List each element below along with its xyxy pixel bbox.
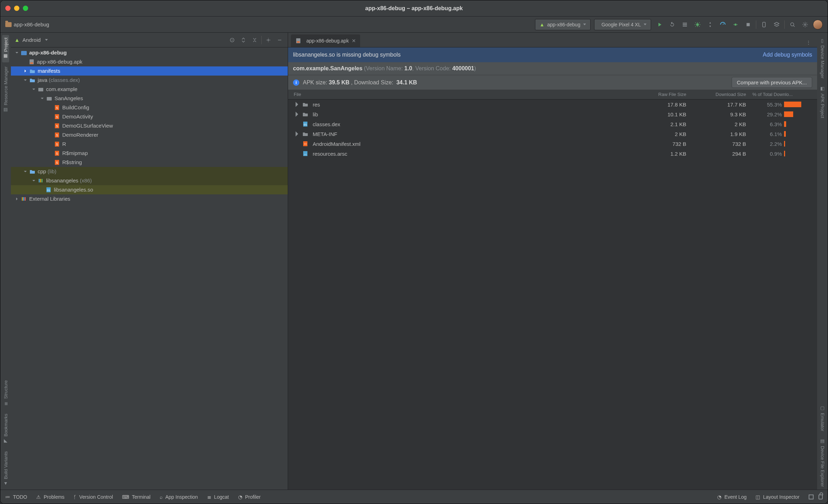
branch-icon: ᚶ [74, 494, 76, 500]
compare-apk-button[interactable]: Compare with previous APK... [732, 77, 812, 88]
tree-apk[interactable]: app-x86-debug.apk [11, 57, 288, 66]
tree-class-rstring[interactable]: S R$string [11, 158, 288, 167]
breadcrumb[interactable]: app-x86-debug [5, 21, 49, 27]
device-combo[interactable]: Google Pixel 4 XL [594, 19, 651, 30]
project-tree[interactable]: app-x86-debug app-x86-debug.apk manifest… [11, 47, 288, 490]
svg-point-4 [696, 23, 699, 26]
tab-more-button[interactable]: ⋮ [803, 38, 814, 47]
status-vcs[interactable]: ᚶVersion Control [74, 494, 113, 500]
status-event-log[interactable]: ◔Event Log [717, 494, 746, 500]
project-view-selector[interactable]: ▲ Android [14, 37, 48, 43]
minimize-window-button[interactable] [14, 6, 19, 11]
tree-java[interactable]: java (classes.dex) [11, 76, 288, 85]
run-configuration-combo[interactable]: ▲ app-x86-debug [535, 19, 591, 30]
structure-tab[interactable]: ≣ Structure [2, 377, 9, 409]
profiler-icon: ◔ [238, 494, 242, 500]
tree-class-rmipmap[interactable]: S R$mipmap [11, 149, 288, 158]
tree-cpp[interactable]: cpp (lib) [11, 167, 288, 176]
svg-rect-35 [42, 179, 43, 182]
tree-root[interactable]: app-x86-debug [11, 48, 288, 57]
file-name: classes.dex [313, 121, 340, 127]
editor-tab-apk[interactable]: app-x86-debug.apk ✕ [291, 34, 360, 47]
sdk-manager-button[interactable] [772, 20, 782, 30]
table-row[interactable]: lib10.1 KB9.3 KB29.2% [288, 109, 817, 119]
expand-icon[interactable] [294, 101, 300, 108]
device-manager-tab[interactable]: ▯ Device Manager [819, 35, 826, 82]
debug-button[interactable] [693, 20, 702, 30]
device-manager-button[interactable] [759, 20, 769, 30]
tree-class-demoglsurfaceview[interactable]: S DemoGLSurfaceView [11, 121, 288, 130]
table-row[interactable]: <>AndroidManifest.xml732 B732 B2.2% [288, 139, 817, 149]
panel-settings-button[interactable] [264, 35, 273, 45]
terminal-icon: ⌨ [122, 494, 129, 500]
settings-button[interactable] [800, 20, 810, 30]
stop-button[interactable] [743, 20, 753, 30]
build-variants-tab[interactable]: ▲ Build Variants [2, 448, 9, 490]
table-row[interactable]: 01classes.dex2.1 KB2 KB6.3% [288, 119, 817, 129]
zoom-window-button[interactable] [23, 6, 28, 11]
tree-libsanangeles-so[interactable]: 01 libsanangeles.so [11, 185, 288, 194]
add-debug-symbols-link[interactable]: Add debug symbols [763, 52, 812, 58]
status-problems[interactable]: ⚠Problems [36, 494, 64, 500]
expand-icon[interactable] [294, 111, 300, 117]
hide-panel-button[interactable] [275, 35, 284, 45]
close-tab-button[interactable]: ✕ [352, 38, 356, 44]
project-toolwindow-tab[interactable]: ▦ Project [2, 35, 9, 62]
file-name: resources.arsc [313, 151, 347, 157]
inspection-icon: ⌕ [160, 494, 163, 500]
close-window-button[interactable] [5, 6, 11, 11]
table-row[interactable]: resources.arsc1.2 KB294 B0.9% [288, 149, 817, 159]
smali-icon: S [54, 132, 60, 138]
event-log-icon: ◔ [717, 494, 721, 500]
folder-icon [29, 169, 36, 174]
ide-lock-icon[interactable] [819, 495, 823, 499]
select-opened-file-button[interactable] [228, 35, 237, 45]
svg-text:S: S [56, 143, 58, 146]
expand-all-button[interactable] [239, 35, 248, 45]
table-row[interactable]: META-INF2 KB1.9 KB6.1% [288, 129, 817, 139]
apk-project-tab[interactable]: ◧ APK Project [819, 83, 826, 121]
status-logcat[interactable]: ≣Logcat [207, 494, 229, 500]
resource-manager-tab[interactable]: ▤ Resource Manager [2, 64, 9, 116]
svg-rect-17 [38, 88, 43, 91]
svg-rect-40 [25, 197, 26, 201]
device-file-explorer-tab[interactable]: ▤ Device File Explorer [819, 435, 826, 490]
expand-icon[interactable] [294, 131, 300, 137]
bookmarks-tab[interactable]: ◥ Bookmarks [2, 411, 9, 447]
status-terminal[interactable]: ⌨Terminal [122, 494, 151, 500]
svg-rect-38 [22, 197, 23, 201]
attach-debugger-button[interactable] [731, 20, 740, 30]
emulator-tab[interactable]: ▢ Emulator [819, 402, 826, 434]
table-row[interactable]: res17.8 KB17.7 KB55.3% [288, 99, 817, 109]
run-with-coverage-button[interactable] [680, 20, 690, 30]
presentation-assistant-icon[interactable] [809, 495, 814, 499]
tree-pkg-sanangeles[interactable]: SanAngeles [11, 94, 288, 103]
tree-class-r[interactable]: S R [11, 140, 288, 149]
xml-icon: <> [302, 141, 308, 147]
apply-changes-button[interactable] [705, 20, 715, 30]
binary-icon: 01 [45, 187, 52, 193]
tree-class-demoactivity[interactable]: S DemoActivity [11, 112, 288, 121]
run-button[interactable] [655, 20, 664, 30]
svg-rect-13 [278, 40, 281, 40]
search-everywhere-button[interactable] [788, 20, 797, 30]
account-avatar[interactable] [813, 20, 823, 30]
profile-button[interactable] [718, 20, 728, 30]
tree-manifests[interactable]: manifests [11, 66, 288, 76]
status-app-inspection[interactable]: ⌕App Inspection [160, 494, 198, 500]
tree-external-libraries[interactable]: External Libraries [11, 194, 288, 203]
collapse-all-button[interactable] [250, 35, 259, 45]
tree-class-demorenderer[interactable]: S DemoRenderer [11, 130, 288, 140]
tree-pkg-com-example[interactable]: com.example [11, 85, 288, 94]
folder-icon [5, 22, 12, 27]
raw-size: 10.1 KB [631, 111, 690, 117]
status-profiler[interactable]: ◔Profiler [238, 494, 261, 500]
tree-libsanangeles[interactable]: libsanangeles (x86) [11, 176, 288, 185]
status-layout-inspector[interactable]: ◫Layout Inspector [756, 494, 800, 500]
status-todo[interactable]: ≔TODO [5, 494, 27, 500]
svg-text:S: S [56, 161, 58, 164]
tree-class-buildconfig[interactable]: S BuildConfig [11, 103, 288, 112]
percent-bar [784, 102, 801, 107]
rerun-button[interactable] [667, 20, 677, 30]
dex-icon: 01 [302, 121, 308, 127]
